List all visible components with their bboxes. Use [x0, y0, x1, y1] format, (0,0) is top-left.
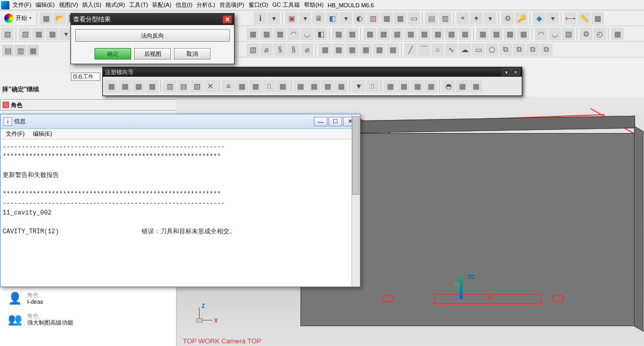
cancel-button[interactable]: 取消 [174, 48, 210, 59]
r3-5-icon[interactable]: ⌀ [301, 43, 313, 56]
feat4-icon[interactable]: ◠ [287, 28, 300, 40]
info-icon[interactable]: ℹ [254, 12, 266, 25]
info-max-icon[interactable]: ☐ [329, 117, 342, 126]
box-b-icon[interactable]: ▨ [19, 28, 31, 40]
layer-icon[interactable]: ▤ [425, 12, 438, 25]
r3-9-icon[interactable]: ▦ [359, 43, 372, 56]
fit-icon[interactable]: ▣ [285, 12, 298, 25]
mw2-icon[interactable]: ▦ [119, 80, 131, 92]
r3-line-icon[interactable]: ╱ [404, 43, 417, 56]
wcs-drop-icon[interactable]: ▾ [484, 12, 496, 25]
info-scroll-thumb[interactable] [352, 116, 359, 195]
mw15-icon[interactable]: ▦ [308, 80, 320, 92]
cube2-icon[interactable]: ▦ [380, 12, 393, 25]
mold-drop-icon[interactable]: ▾ [546, 12, 559, 25]
ls3-icon[interactable]: ▦ [27, 45, 39, 56]
reverse-normal-button[interactable]: 法向反向 [75, 29, 230, 42]
r3-10-icon[interactable]: ▦ [373, 43, 385, 56]
mw22-icon[interactable]: ▦ [411, 80, 424, 92]
r3-cloud-icon[interactable]: ☁ [459, 43, 471, 56]
menu-window[interactable]: 窗口(O) [247, 0, 271, 10]
r3-4-icon[interactable]: § [287, 43, 300, 56]
mw23-icon[interactable]: ▦ [425, 80, 437, 92]
start-menu[interactable]: 开始 ▾ [1, 14, 34, 23]
r3-poly-icon[interactable]: ⬠ [486, 43, 498, 56]
feat7-icon[interactable]: ▦ [332, 28, 345, 40]
mw19-icon[interactable]: ⎍ [366, 80, 379, 92]
mw9-icon[interactable]: ≡ [222, 80, 235, 92]
r3-2-icon[interactable]: ⌀ [260, 43, 273, 56]
tool-a-icon[interactable]: ⚙ [501, 12, 514, 25]
mw10-icon[interactable]: ▦ [236, 80, 248, 92]
dropdown-icon[interactable]: ▾ [267, 12, 280, 25]
menu-info[interactable]: 信息(I) [173, 0, 194, 10]
feat17-icon[interactable]: ▦ [476, 28, 489, 40]
feat2-icon[interactable]: ▦ [260, 28, 273, 40]
feat14-icon[interactable]: ▦ [431, 28, 444, 40]
r3-7-icon[interactable]: ▦ [332, 43, 345, 56]
feat19-icon[interactable]: ▦ [504, 28, 516, 40]
r3-ext1-icon[interactable]: ⧉ [499, 43, 512, 56]
feat1-icon[interactable]: ▦ [247, 28, 259, 40]
feat15-icon[interactable]: ▦ [445, 28, 458, 40]
mw14-icon[interactable]: ▦ [294, 80, 307, 92]
box-c-icon[interactable]: ▦ [32, 28, 45, 40]
back-view-button[interactable]: 后视图 [134, 48, 171, 59]
info-titlebar[interactable]: i 信息 — ☐ ✕ [1, 114, 360, 129]
open-file-icon[interactable]: 📂 [53, 12, 66, 25]
menu-prefs[interactable]: 首选项(P) [217, 0, 247, 10]
dialog-close-icon[interactable]: ✕ [223, 15, 232, 23]
info-scrollbar[interactable] [352, 114, 360, 287]
dialog-titlebar[interactable]: 查看分型结果 ✕ [71, 14, 234, 25]
rect-icon[interactable]: ▭ [407, 12, 420, 25]
float-toolbar-dropdown-icon[interactable]: ▾ [502, 68, 510, 76]
mw13-icon[interactable]: ▦ [276, 80, 289, 92]
feat22-icon[interactable]: ◡ [548, 28, 561, 40]
feat20-icon[interactable]: ▦ [517, 28, 530, 40]
mw6-icon[interactable]: ▤ [177, 80, 190, 92]
feat24-icon[interactable]: ⚙ [580, 28, 592, 40]
box-d-icon[interactable]: ▦ [46, 28, 58, 40]
measure-icon[interactable]: ⟷ [564, 12, 577, 25]
mw18-icon[interactable]: ▼ [353, 80, 365, 92]
r3-ext4-icon[interactable]: ⧉ [540, 43, 553, 56]
wcs1-icon[interactable]: ⌖ [456, 12, 469, 25]
mw5-icon[interactable]: ▥ [163, 80, 176, 92]
layer2-icon[interactable]: ▥ [439, 12, 451, 25]
feat9-icon[interactable]: ▦ [364, 28, 376, 40]
mw4-icon[interactable]: ▦ [146, 80, 158, 92]
cube1-icon[interactable]: ▧ [367, 12, 379, 25]
menu-help[interactable]: 帮助(H) [302, 0, 325, 10]
ruler-icon[interactable]: 📏 [578, 12, 590, 25]
filter-input[interactable] [71, 73, 100, 81]
feat12-icon[interactable]: ▦ [404, 28, 417, 40]
menu-file[interactable]: 文件(F) [10, 0, 33, 10]
menu-tools[interactable]: 工具(T) [127, 0, 150, 10]
r3-rect-icon[interactable]: ▭ [472, 43, 485, 56]
menu-view[interactable]: 视图(V) [57, 0, 80, 10]
mw3-icon[interactable]: ▦ [132, 80, 145, 92]
r3-3-icon[interactable]: § [274, 43, 286, 56]
feat8-icon[interactable]: ▦ [346, 28, 358, 40]
mw21-icon[interactable]: ▦ [397, 80, 410, 92]
menu-edit[interactable]: 编辑(E) [33, 0, 57, 10]
r3-8-icon[interactable]: ▦ [346, 43, 358, 56]
ls1-icon[interactable]: ▤ [2, 45, 14, 56]
analyze-icon[interactable]: ▦ [591, 12, 604, 25]
mw12-icon[interactable]: ⎍ [263, 80, 275, 92]
r3-1-icon[interactable]: ▧ [247, 43, 259, 56]
wcs2-icon[interactable]: ✦ [470, 12, 483, 25]
zoom-icon[interactable]: ▾ [299, 12, 311, 25]
info-min-icon[interactable]: — [314, 117, 327, 126]
r3-ext2-icon[interactable]: ⧉ [513, 43, 525, 56]
feat25-icon[interactable]: ◴ [593, 28, 606, 40]
feat16-icon[interactable]: ▦ [459, 28, 471, 40]
ls2-icon[interactable]: ▥ [15, 45, 26, 56]
feat23-icon[interactable]: ▧ [562, 28, 575, 40]
menu-gctoolbox[interactable]: GC 工具箱 [270, 0, 302, 10]
info-text-area[interactable]: ----------------------------------------… [1, 139, 360, 287]
float-toolbar-titlebar[interactable]: 注塑模向导 ▾ ✕ [103, 67, 522, 77]
r3-11-icon[interactable]: ▦ [387, 43, 399, 56]
new-file-icon[interactable]: ▦ [40, 12, 52, 25]
feat6-icon[interactable]: ◧ [314, 28, 327, 40]
